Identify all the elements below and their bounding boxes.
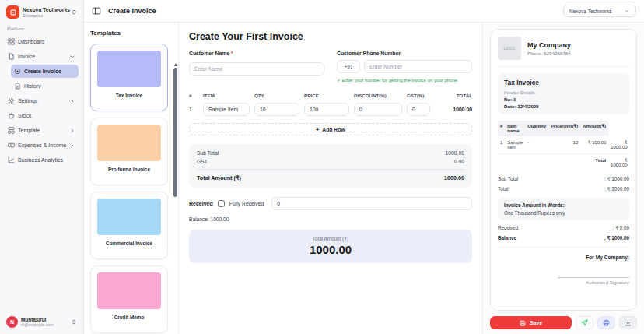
main-column: Create Invoice Nexova Techworks Template… [84, 0, 644, 334]
template-card-proforma-invoice[interactable]: Pro forma Invoice [90, 118, 168, 185]
received-row: Received Fully Received [189, 197, 472, 210]
app-root: Nexova Techworks Enterprise Platform Das… [0, 0, 644, 334]
sidebar-toggle-icon[interactable] [92, 6, 101, 16]
floppy-disk-icon [520, 320, 526, 326]
template-thumbnail [97, 125, 161, 161]
col-header: # [189, 93, 198, 98]
preview-received-value: : ₹ 0.00 [612, 225, 629, 230]
preview-table-header: # Item name Quantity Price/Unit(₹) Amoun… [498, 121, 630, 136]
brand-name: Nexova Techworks [23, 7, 68, 12]
template-thumbnail [97, 199, 161, 235]
preview-balance-row: Balance : ₹ 1000.00 [498, 235, 629, 241]
customer-phone-input[interactable] [364, 60, 472, 73]
sidebar-item-create-invoice[interactable]: Create Invoice [11, 65, 79, 78]
item-gst-input[interactable] [407, 103, 430, 116]
invoice-date: Date: 12/4/2025 [504, 104, 623, 109]
preview-subtotal-label: Sub Total [498, 176, 518, 181]
preview-grandtotal-row: Total : ₹ 1000.00 [498, 186, 629, 192]
circle-dot-icon [14, 68, 21, 75]
template-label: Tax Invoice [97, 93, 161, 98]
invoice-preview-panel: LOGO My Company Phone: 6294268784 Tax In… [482, 23, 644, 334]
customer-name-input[interactable] [189, 62, 324, 76]
sidebar-item-label: Expenses & Income [18, 142, 66, 148]
templates-panel: Templates Tax Invoice Pro forma Invoice … [84, 23, 179, 334]
total-value: 1000.00 [444, 174, 464, 181]
gst-value: 0.00 [454, 159, 464, 164]
country-code-box[interactable]: +91 [337, 60, 360, 73]
sidebar-item-invoice[interactable]: Invoice [5, 50, 79, 63]
content-area: Templates Tax Invoice Pro forma Invoice … [84, 23, 644, 334]
sidebar-item-template[interactable]: Template [5, 124, 79, 137]
preview-subtotal-row: Sub Total : ₹ 1000.00 [498, 176, 629, 181]
chevron-down-icon [624, 8, 630, 14]
sidebar-spacer [5, 167, 79, 315]
item-discount-input[interactable] [354, 103, 402, 116]
chevron-down-icon [69, 54, 75, 60]
user-email: m@example.com [21, 322, 68, 327]
item-name-input[interactable] [203, 103, 250, 116]
fully-received-checkbox[interactable] [218, 200, 225, 207]
received-amount-input[interactable] [271, 197, 472, 210]
download-button[interactable] [619, 316, 637, 329]
received-label: Received [189, 201, 213, 206]
preview-grandtotal-value: : ₹ 1000.00 [604, 186, 629, 192]
brand-logo-icon [6, 5, 19, 19]
template-label: Commercial Invoice [97, 241, 161, 246]
preview-received-row: Received : ₹ 0.00 [498, 225, 629, 230]
paper-plane-icon [581, 319, 588, 326]
preview-table-row: 1 Sample Item - 10 ₹ 100.00 ₹ 1000.00 [498, 136, 630, 154]
sidebar-item-expenses-income[interactable]: Expenses & Income [5, 139, 79, 152]
grand-total-box: Total Amount (₹) 1000.00 [189, 230, 472, 263]
send-button[interactable] [576, 316, 593, 329]
template-card-tax-invoice[interactable]: Tax Invoice [90, 44, 168, 111]
save-button[interactable]: Save [490, 316, 572, 329]
row-number: 1 [189, 107, 198, 112]
sidebar-item-dashboard[interactable]: Dashboard [5, 35, 79, 48]
items-table-row: 1 1000.00 [189, 103, 472, 116]
sidebar-item-label: Template [18, 128, 66, 133]
col-header: PRICE [304, 93, 349, 98]
gst-label: GST [197, 159, 208, 164]
sidebar-item-business-analytics[interactable]: Business Analytics [5, 153, 79, 167]
subtotal-value: 1000.00 [445, 150, 464, 156]
total-label: Total Amount (₹) [197, 174, 241, 181]
summary-box: Sub Total 1000.00 GST 0.00 Total Amount … [189, 144, 472, 188]
divider [498, 247, 629, 248]
amount-in-words-box: Invoice Amount in Words: One Thousand Ru… [498, 198, 629, 220]
scroll-up-arrow-icon[interactable] [174, 63, 177, 66]
scrollbar-thumb[interactable] [173, 68, 177, 197]
template-card-credit-memo[interactable]: Credit Memo [90, 265, 168, 333]
row-total: 1000.00 [435, 107, 472, 112]
brand-text: Nexova Techworks Enterprise [23, 7, 68, 18]
templates-scrollbar[interactable] [173, 63, 177, 202]
analytics-chart-icon [8, 156, 15, 163]
history-icon [14, 83, 21, 90]
template-card-commercial-invoice[interactable]: Commercial Invoice [90, 192, 168, 259]
phone-hint: ✓ Enter your number for getting the invo… [337, 77, 472, 83]
sidebar-item-settings[interactable]: Settings [5, 94, 79, 107]
items-table-header: # ITEM QTY PRICE DISCOUNT(%) GST(%) TOTA… [189, 93, 472, 98]
basket-icon [8, 112, 15, 119]
sidebar-item-label: Stock [18, 113, 75, 118]
workspace-switcher[interactable]: Nexova Techworks Enterprise [5, 4, 79, 20]
company-logo-placeholder: LOGO [498, 37, 521, 60]
item-qty-input[interactable] [254, 103, 299, 116]
sidebar-item-label: Settings [18, 98, 66, 104]
for-company-label: For My Company: [498, 255, 629, 260]
preview-total-label: Total [580, 154, 608, 172]
amount-in-words-value: One Thousand Rupees only [504, 210, 623, 216]
template-label: Credit Memo [97, 315, 161, 320]
add-row-button[interactable]: + Add Row [189, 123, 472, 135]
sidebar-item-stock[interactable]: Stock [5, 109, 79, 122]
sidebar-item-label: Create Invoice [24, 69, 75, 74]
page-title: Create Invoice [108, 7, 156, 15]
fully-received-label: Fully Received [229, 201, 264, 206]
user-menu[interactable]: N Muntasirul m@example.com [5, 315, 79, 329]
item-price-input[interactable] [304, 103, 349, 116]
col-header: GST(%) [407, 93, 430, 98]
sidebar-item-history[interactable]: History [11, 79, 79, 93]
organization-select[interactable]: Nexova Techworks [563, 5, 636, 17]
print-button[interactable] [597, 316, 615, 329]
preview-balance-value: : ₹ 1000.00 [604, 235, 629, 241]
check-icon: ✓ [337, 78, 341, 83]
